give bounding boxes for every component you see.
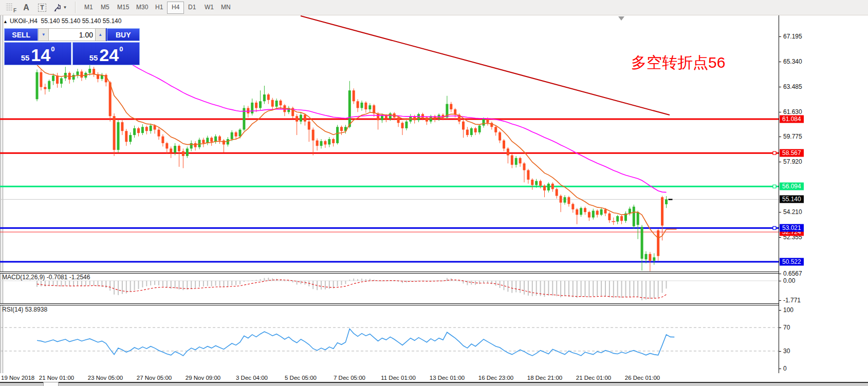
- candle-body: [368, 105, 371, 109]
- macd-histogram-bar: [645, 281, 647, 299]
- volume-input[interactable]: [49, 28, 95, 41]
- rsi-value: 53.8938: [25, 306, 47, 313]
- axis-tick: [779, 310, 781, 311]
- dropdown-caret-icon: ▼: [63, 5, 67, 10]
- macd-histogram-bar: [179, 281, 180, 290]
- axis-tick: [779, 300, 781, 301]
- ask-price-box[interactable]: 55240: [72, 42, 140, 65]
- candle-body: [539, 181, 542, 186]
- active-chart-tab[interactable]: [43, 382, 59, 386]
- candle-body: [397, 118, 400, 123]
- line-handle[interactable]: [773, 226, 776, 229]
- volume-decrease-button[interactable]: ▼: [38, 28, 49, 41]
- macd-histogram-bar: [248, 281, 249, 281]
- macd-histogram-bar: [532, 281, 533, 296]
- time-axis-label: 29 Nov 09:00: [186, 375, 220, 381]
- price-badge-55.140: 55.140: [780, 196, 804, 203]
- macd-histogram-bar: [504, 281, 505, 290]
- volume-increase-button[interactable]: ▲: [95, 28, 106, 41]
- macd-histogram-bar: [138, 281, 139, 289]
- candle-body: [653, 257, 655, 261]
- candle-body: [567, 197, 570, 204]
- macd-histogram-bar: [73, 281, 74, 286]
- macd-histogram-bar: [130, 281, 131, 292]
- bid-price-box[interactable]: 55140: [4, 42, 71, 65]
- price-tick-label: 57.920: [783, 158, 802, 165]
- candle-body: [80, 71, 83, 78]
- timeframe-button-D1[interactable]: D1: [183, 2, 200, 13]
- candle-body: [401, 123, 404, 128]
- price-axis[interactable]: 67.19565.34063.48561.63059.77557.92054.2…: [779, 15, 868, 373]
- candle-body: [56, 75, 59, 84]
- chart-symbol-title: ▲UKOil-,H4 55.140 55.140 55.140 55.140: [3, 17, 121, 25]
- macd-histogram-bar: [191, 281, 192, 288]
- buy-button[interactable]: BUY: [107, 28, 140, 41]
- candle-body: [470, 128, 473, 135]
- macd-histogram-bar: [479, 281, 480, 284]
- timeframe-button-M15[interactable]: M15: [113, 2, 134, 13]
- time-axis[interactable]: 19 Nov 201821 Nov 01:0023 Nov 05:0027 No…: [0, 373, 868, 382]
- rsi-chart: [0, 305, 779, 373]
- candle-body: [145, 127, 148, 131]
- arrows-glyph: [53, 4, 62, 12]
- macd-histogram-bar: [158, 281, 159, 285]
- timeframe-button-M1[interactable]: M1: [80, 2, 98, 13]
- text-tool-icon[interactable]: T: [36, 2, 48, 13]
- candle-body: [600, 209, 603, 215]
- macd-signal-value: -1.2546: [69, 274, 90, 281]
- axis-tick: [779, 281, 781, 281]
- candle-body: [645, 254, 648, 260]
- macd-histogram-bar: [442, 281, 444, 281]
- macd-histogram-bar: [41, 281, 42, 286]
- price-tick-label: 63.485: [783, 83, 802, 90]
- macd-histogram-bar: [633, 281, 634, 296]
- descending-trendline[interactable]: [301, 16, 670, 115]
- macd-histogram-bar: [45, 281, 46, 286]
- price-tick-label: 67.195: [783, 33, 802, 40]
- candle-body: [40, 72, 42, 87]
- time-axis-label: 19 Nov 2018: [1, 375, 34, 381]
- rsi-scale-label: 100: [783, 306, 793, 314]
- timeframe-button-M5[interactable]: M5: [96, 2, 114, 13]
- candle-body: [239, 130, 242, 137]
- candle-body: [527, 170, 529, 180]
- macd-histogram-bar: [94, 281, 95, 285]
- macd-histogram-bar: [199, 281, 200, 287]
- timeframe-button-MN[interactable]: MN: [216, 2, 235, 13]
- candle-body: [357, 101, 359, 108]
- candle-body: [483, 119, 485, 125]
- line-handle[interactable]: [773, 185, 776, 188]
- axis-tick: [779, 87, 781, 87]
- chart-shift-marker-icon[interactable]: [618, 16, 624, 21]
- axis-tick: [779, 237, 781, 238]
- macd-scale-label: 0.00: [783, 277, 795, 284]
- candle-body: [511, 156, 513, 165]
- text-label-tool-icon[interactable]: A: [21, 2, 32, 13]
- timeframe-button-H1[interactable]: H1: [151, 2, 168, 13]
- panel-collapse-arrow-icon[interactable]: ▲: [3, 19, 8, 24]
- macd-histogram-bar: [235, 281, 236, 285]
- candle-body: [263, 94, 266, 101]
- time-axis-label: 7 Dec 05:00: [334, 375, 365, 381]
- line-handle[interactable]: [773, 151, 776, 155]
- macd-histogram-bar: [69, 281, 70, 286]
- macd-histogram-bar: [85, 281, 86, 286]
- candle-body: [259, 101, 262, 108]
- macd-indicator-pane[interactable]: MACD(12,26,9) -0.7081 -1.2546: [0, 273, 779, 303]
- macd-histogram-bar: [301, 281, 302, 284]
- macd-histogram-bar: [560, 281, 561, 297]
- sell-button[interactable]: SELL: [4, 28, 38, 41]
- macd-histogram-bar: [613, 281, 614, 298]
- candle-body: [275, 101, 278, 107]
- candle-body: [515, 158, 518, 165]
- timeframe-button-M30[interactable]: M30: [132, 2, 153, 13]
- timeframe-button-W1[interactable]: W1: [200, 2, 218, 13]
- candle-body: [320, 141, 323, 146]
- timeframe-button-H4[interactable]: H4: [167, 2, 184, 14]
- macd-histogram-bar: [548, 281, 549, 296]
- arrows-tool-icon[interactable]: ▼: [51, 2, 69, 13]
- fibonacci-tool-icon[interactable]: F: [4, 2, 17, 13]
- chart-annotation-text: 多空转折点56: [631, 52, 725, 73]
- rsi-indicator-pane[interactable]: RSI(14) 53.8938: [0, 305, 779, 373]
- time-axis-label: 21 Nov 01:00: [39, 375, 74, 381]
